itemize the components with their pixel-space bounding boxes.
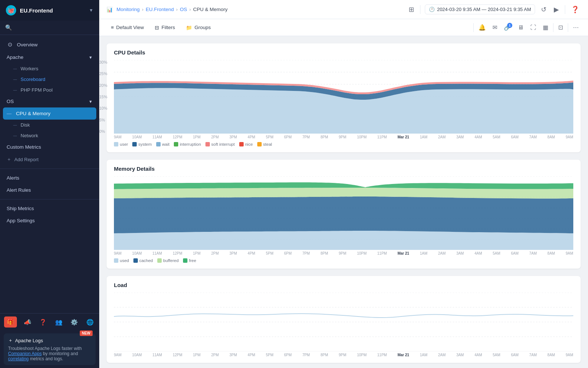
custom-metrics-label: Custom Metrics xyxy=(7,144,41,150)
legend-nice-label: nice xyxy=(245,142,253,146)
new-badge: NEW xyxy=(80,330,93,336)
link-icon-button[interactable]: 🔗 1 xyxy=(502,22,513,33)
cpu-chart-title: CPU Details xyxy=(114,49,573,56)
fullscreen-icon-button[interactable]: ⛶ xyxy=(528,22,538,33)
filters-label: Filters xyxy=(161,25,175,30)
link-badge: 1 xyxy=(507,23,512,28)
sidebar-group-apache[interactable]: Apache ▼ xyxy=(0,51,99,63)
overview-icon: ⊙ xyxy=(7,41,13,48)
companion-apps-link[interactable]: Companion Apps xyxy=(8,351,42,356)
barcode-icon-button[interactable]: ▦ xyxy=(541,22,550,33)
sidebar-item-disk[interactable]: Disk xyxy=(0,120,99,130)
breadcrumb-frontend[interactable]: EU.Frontend xyxy=(146,7,174,12)
sidebar-item-alerts[interactable]: Alerts xyxy=(0,172,99,184)
sidebar-item-scoreboard[interactable]: Scoreboard xyxy=(0,74,99,85)
divider-2 xyxy=(0,199,99,199)
load-chart-svg xyxy=(114,293,573,351)
filter-icon: ⊟ xyxy=(155,25,159,31)
legend-system: system xyxy=(132,142,151,146)
globe-button[interactable]: 🌐 xyxy=(85,317,95,327)
correlating-link[interactable]: correlating xyxy=(8,356,29,361)
settings-icon[interactable]: ⚙️ xyxy=(69,317,79,327)
sidebar-search-area: 🔍 xyxy=(0,21,99,35)
legend-interruption-dot xyxy=(174,142,178,146)
legend-soft-interrupt: soft interrupt xyxy=(205,142,235,146)
time-range-value: 2024-03-20 9:35 AM — 2024-03-21 9:35 AM xyxy=(437,7,531,12)
os-chevron: ▼ xyxy=(89,99,93,104)
memory-legend: used cached buffered free xyxy=(114,258,573,263)
sidebar-item-network[interactable]: Network xyxy=(0,130,99,141)
sidebar: 🐙 EU.Frontend ▼ 🔍 ⊙ Overview Apache ▼ Wo… xyxy=(0,0,99,368)
banner-text1: Troubleshoot Apache Logs faster with xyxy=(8,346,82,351)
plus-icon-banner: ＋ xyxy=(8,337,13,344)
help-button[interactable]: ❓ xyxy=(38,317,48,327)
breadcrumb-current: CPU & Memory xyxy=(193,7,228,12)
legend-user-dot xyxy=(114,142,118,146)
sidebar-item-app-settings[interactable]: App Settings xyxy=(0,215,99,227)
sidebar-nav: ⊙ Overview Apache ▼ Workers Scoreboard P… xyxy=(0,35,99,313)
groups-button[interactable]: 📁 Groups xyxy=(182,22,215,33)
topbar-right: ⊞ 🕐 2024-03-20 9:35 AM — 2024-03-21 9:35… xyxy=(407,4,581,15)
megaphone-button[interactable]: 📣 xyxy=(22,317,33,327)
app-title-container: 🐙 EU.Frontend xyxy=(6,5,53,15)
legend-user: user xyxy=(114,142,128,146)
main-content: 📊 Monitoring › EU.Frontend › OS › CPU & … xyxy=(99,0,588,368)
default-view-button[interactable]: ≡ Default View xyxy=(107,22,148,32)
legend-cached-label: cached xyxy=(139,258,153,263)
chart-icon: 📊 xyxy=(107,7,113,13)
filters-button[interactable]: ⊟ Filters xyxy=(150,22,179,33)
sidebar-item-overview[interactable]: ⊙ Overview xyxy=(0,38,99,51)
add-report-label: Add Report xyxy=(14,157,39,162)
search-button[interactable]: 🔍 xyxy=(5,24,94,31)
topbar-divider-1 xyxy=(420,5,420,14)
sidebar-item-cpu-memory[interactable]: — CPU & Memory xyxy=(3,107,96,120)
play-button[interactable]: ▶ xyxy=(552,4,560,15)
disk-label: Disk xyxy=(21,122,30,128)
sidebar-item-workers[interactable]: Workers xyxy=(0,63,99,74)
app-settings-label: App Settings xyxy=(7,218,35,223)
legend-interruption-label: interruption xyxy=(180,142,201,146)
apache-label: Apache xyxy=(7,54,24,60)
cpu-chart-svg xyxy=(114,60,573,134)
monitor-icon-button[interactable]: 🖥 xyxy=(516,22,526,33)
overview-label: Overview xyxy=(17,42,37,47)
legend-steal-dot xyxy=(257,142,262,146)
layout-icon-button[interactable]: ⊡ xyxy=(556,22,565,33)
sidebar-item-alert-rules[interactable]: Alert Rules xyxy=(0,184,99,196)
legend-free: free xyxy=(183,258,196,263)
network-label: Network xyxy=(21,133,38,138)
breadcrumb-os[interactable]: OS xyxy=(180,7,187,12)
legend-soft-interrupt-dot xyxy=(205,142,210,146)
more-options-button[interactable]: ⋯ xyxy=(571,22,581,33)
users-button[interactable]: 👥 xyxy=(54,317,64,327)
topbar: 📊 Monitoring › EU.Frontend › OS › CPU & … xyxy=(99,0,588,19)
refresh-button[interactable]: ↺ xyxy=(539,4,548,15)
default-view-label: Default View xyxy=(116,25,144,30)
apache-chevron: ▼ xyxy=(89,55,93,60)
breadcrumb-monitoring[interactable]: Monitoring xyxy=(116,7,140,12)
chevron-down-icon: ▼ xyxy=(89,8,93,13)
time-range-selector[interactable]: 🕐 2024-03-20 9:35 AM — 2024-03-21 9:35 A… xyxy=(425,4,535,14)
workers-label: Workers xyxy=(21,66,38,71)
legend-system-dot xyxy=(132,142,137,146)
sidebar-item-ship-metrics[interactable]: Ship Metrics xyxy=(0,202,99,215)
php-fpm-label: PHP FPM Pool xyxy=(21,87,53,93)
cpu-chart-container: 30%25%20%15%10%5%0% xyxy=(114,60,573,134)
sidebar-header[interactable]: 🐙 EU.Frontend ▼ xyxy=(0,0,99,21)
sidebar-group-custom-metrics[interactable]: Custom Metrics xyxy=(0,141,99,153)
cpu-yaxis: 30%25%20%15%10%5%0% xyxy=(99,60,107,134)
legend-soft-interrupt-label: soft interrupt xyxy=(211,142,235,146)
load-chart-card: Load 9AM10AM11AM12PM1PM2PM3PM4PM5PM6PM7P… xyxy=(107,276,581,363)
sidebar-group-os[interactable]: OS ▼ xyxy=(0,95,99,107)
memory-chart-svg xyxy=(114,176,573,250)
sidebar-item-add-report[interactable]: ＋ Add Report xyxy=(0,153,99,166)
cpu-memory-dash: — xyxy=(7,111,12,116)
memory-chart-container xyxy=(114,176,573,250)
sidebar-item-php-fpm[interactable]: PHP FPM Pool xyxy=(0,85,99,95)
mail-icon-button[interactable]: ✉ xyxy=(491,22,499,33)
bell-icon-button[interactable]: 🔔 xyxy=(477,22,488,33)
alert-rules-label: Alert Rules xyxy=(7,187,31,193)
grid-icon-button[interactable]: ⊞ xyxy=(407,4,416,15)
help-button-topbar[interactable]: ❓ xyxy=(570,4,581,15)
gift-button[interactable]: 🎁 xyxy=(4,316,17,328)
